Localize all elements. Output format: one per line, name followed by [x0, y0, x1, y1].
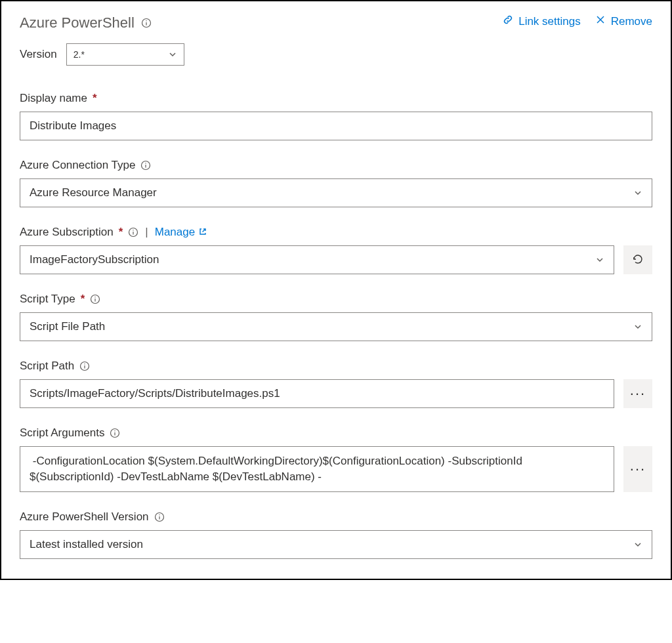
ellipsis-icon: ··· — [630, 386, 646, 401]
manage-link[interactable]: Manage — [155, 226, 207, 239]
subscription-label-row: Azure Subscription * | Manage — [20, 226, 652, 239]
svg-point-7 — [146, 163, 146, 163]
subscription-label: Azure Subscription — [20, 226, 114, 239]
close-icon — [595, 14, 606, 28]
script-args-label: Script Arguments — [20, 426, 104, 440]
script-path-row: ··· — [20, 379, 652, 408]
subscription-value: ImageFactorySubscription — [30, 253, 159, 266]
ps-version-label-row: Azure PowerShell Version — [20, 510, 652, 524]
version-label: Version — [20, 48, 57, 61]
chevron-down-icon — [633, 540, 642, 549]
info-icon[interactable] — [128, 227, 138, 238]
azure-powershell-task-panel: Azure PowerShell Link settings — [0, 0, 672, 580]
required-marker: * — [93, 92, 97, 105]
refresh-icon — [632, 253, 644, 267]
svg-point-14 — [95, 297, 96, 297]
required-marker: * — [81, 293, 85, 306]
svg-point-17 — [84, 363, 85, 364]
title-block: Azure PowerShell — [20, 14, 152, 31]
link-settings-label: Link settings — [518, 15, 581, 28]
browse-button[interactable]: ··· — [623, 379, 652, 408]
script-args-field: Script Arguments ··· — [20, 426, 652, 492]
script-type-field: Script Type * Script File Path — [20, 293, 652, 341]
script-type-select[interactable]: Script File Path — [20, 312, 652, 341]
remove-label: Remove — [611, 15, 652, 28]
required-marker: * — [119, 226, 123, 239]
info-icon[interactable] — [90, 294, 100, 304]
chevron-down-icon — [633, 188, 642, 197]
version-row: Version 2.* — [20, 43, 652, 66]
version-value: 2.* — [74, 49, 85, 60]
connection-type-value: Azure Resource Manager — [30, 186, 157, 199]
connection-type-field: Azure Connection Type Azure Resource Man… — [20, 159, 652, 207]
script-args-row: ··· — [20, 446, 652, 492]
subscription-select[interactable]: ImageFactorySubscription — [20, 245, 614, 274]
script-path-label: Script Path — [20, 360, 74, 373]
display-name-input[interactable] — [20, 112, 652, 140]
info-icon[interactable] — [79, 361, 90, 371]
ps-version-value: Latest installed version — [30, 538, 143, 551]
manage-label: Manage — [155, 226, 195, 239]
script-args-label-row: Script Arguments — [20, 426, 652, 440]
display-name-field: Display name * — [20, 92, 652, 140]
script-type-label: Script Type — [20, 293, 75, 306]
connection-type-label-row: Azure Connection Type — [20, 159, 652, 172]
ellipsis-icon: ··· — [630, 462, 646, 476]
svg-point-20 — [115, 430, 116, 431]
display-name-label-row: Display name * — [20, 92, 652, 105]
script-path-label-row: Script Path — [20, 360, 652, 373]
chevron-down-icon — [168, 50, 177, 59]
header-actions: Link settings Remove — [503, 14, 652, 28]
ps-version-label: Azure PowerShell Version — [20, 510, 149, 524]
subscription-field: Azure Subscription * | Manage ImageFacto… — [20, 226, 652, 274]
refresh-button[interactable] — [623, 245, 652, 274]
chevron-down-icon — [633, 322, 642, 331]
script-args-input[interactable] — [20, 446, 614, 492]
svg-point-2 — [146, 20, 146, 21]
script-type-value: Script File Path — [30, 320, 105, 333]
link-icon — [503, 14, 513, 28]
ps-version-select[interactable]: Latest installed version — [20, 530, 652, 559]
script-type-label-row: Script Type * — [20, 293, 652, 306]
ps-version-field: Azure PowerShell Version Latest installe… — [20, 510, 652, 559]
chevron-down-icon — [595, 255, 604, 264]
version-select[interactable]: 2.* — [66, 43, 184, 66]
subscription-row: ImageFactorySubscription — [20, 245, 652, 274]
display-name-label: Display name — [20, 92, 87, 105]
link-settings-button[interactable]: Link settings — [503, 14, 581, 28]
svg-point-23 — [159, 514, 159, 515]
info-icon[interactable] — [154, 512, 165, 522]
script-path-field: Script Path ··· — [20, 360, 652, 408]
external-link-icon — [199, 226, 207, 239]
info-icon[interactable] — [110, 428, 120, 438]
info-icon[interactable] — [141, 18, 152, 28]
script-path-input[interactable] — [20, 379, 614, 408]
task-header: Azure PowerShell Link settings — [20, 14, 652, 31]
remove-button[interactable]: Remove — [595, 14, 652, 28]
svg-point-10 — [133, 230, 134, 230]
connection-type-select[interactable]: Azure Resource Manager — [20, 178, 652, 207]
info-icon[interactable] — [140, 160, 151, 171]
task-title: Azure PowerShell — [20, 14, 135, 31]
connection-type-label: Azure Connection Type — [20, 159, 135, 172]
separator: | — [145, 226, 148, 239]
browse-button[interactable]: ··· — [623, 446, 652, 492]
